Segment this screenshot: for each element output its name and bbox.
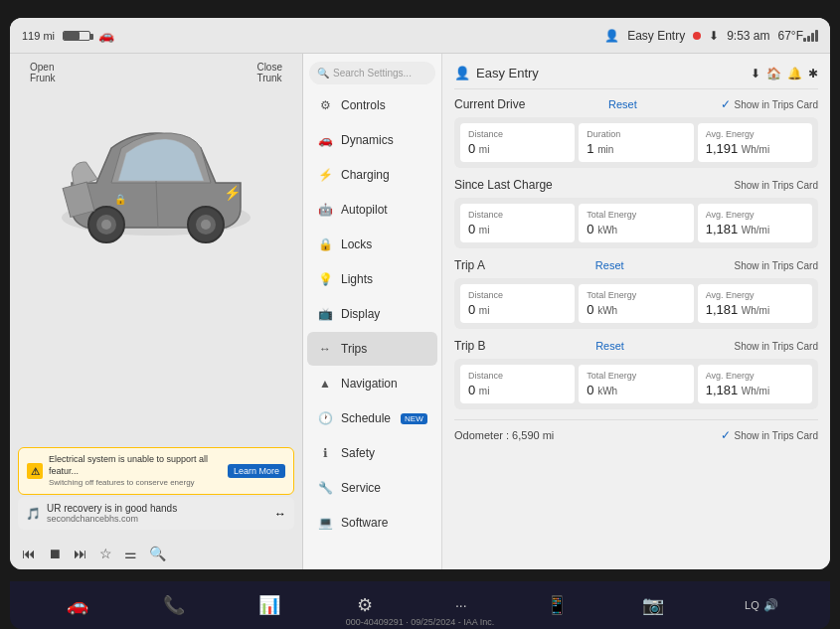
equalizer-button[interactable]: ⚌ <box>124 546 137 561</box>
odometer-unit: mi <box>543 429 555 441</box>
locks-icon: 🔒 <box>317 236 333 252</box>
prev-button[interactable]: ⏮ <box>22 546 36 561</box>
slc-total-energy-unit: kWh <box>597 225 617 236</box>
learn-more-button[interactable]: Learn More <box>228 464 285 478</box>
trip-b-reset-button[interactable]: Reset <box>595 340 624 352</box>
slc-total-energy-label: Total Energy <box>587 210 685 220</box>
software-label: Software <box>341 516 388 530</box>
search-placeholder: Search Settings... <box>333 68 412 79</box>
current-drive-reset-button[interactable]: Reset <box>608 98 637 110</box>
time-display: 9:53 am <box>727 29 769 43</box>
bell-icon: 🔔 <box>787 67 802 80</box>
nav-item-locks[interactable]: 🔒 Locks <box>307 228 437 261</box>
tb-distance-unit: mi <box>479 386 490 396</box>
alert-message: Electrical system is unable to support a… <box>49 454 222 477</box>
main-content: OpenFrunk CloseTrunk <box>10 54 830 569</box>
music-settings-icon[interactable]: ↔ <box>274 507 286 521</box>
easy-entry-top-label: Easy Entry <box>627 29 685 43</box>
locks-label: Locks <box>341 237 372 251</box>
nav-item-software[interactable]: 💻 Software <box>307 506 437 540</box>
navigation-icon: ▲ <box>317 376 333 392</box>
slc-avg-energy-unit: Wh/mi <box>742 225 769 236</box>
since-last-charge-section: Since Last Charge Show in Trips Card Dis… <box>454 178 818 248</box>
safety-icon: ℹ <box>317 445 333 461</box>
slc-distance-value: 0 mi <box>468 222 567 236</box>
trip-b-show-trips: Show in Trips Card <box>735 341 818 352</box>
music-info: UR recovery is in good hands secondchanc… <box>47 503 268 524</box>
odometer-label-text: Odometer : <box>454 429 509 441</box>
footer-text: 000-40409291 · 09/25/2024 - IAA Inc. <box>346 617 495 627</box>
tb-energy-box: Total Energy 0 kWh <box>579 365 693 403</box>
current-duration-label: Duration <box>587 129 685 139</box>
nav-item-charging[interactable]: ⚡ Charging <box>307 158 437 192</box>
nav-item-service[interactable]: 🔧 Service <box>307 471 437 505</box>
battery-level: 119 mi <box>22 30 55 42</box>
nav-item-safety[interactable]: ℹ Safety <box>307 436 437 470</box>
download-icon: ⬇ <box>709 29 719 43</box>
recording-dot <box>693 32 701 40</box>
signal-bars <box>803 30 818 42</box>
easy-entry-content-label: Easy Entry <box>476 66 539 80</box>
ta-avg-energy-unit: Wh/mi <box>742 305 769 316</box>
charging-label: Charging <box>341 168 390 182</box>
nav-item-dynamics[interactable]: 🚗 Dynamics <box>307 123 437 157</box>
ta-total-energy-unit: kWh <box>597 305 617 316</box>
signal-bar-4 <box>815 30 818 42</box>
slc-avg-energy-box: Avg. Energy 1,181 Wh/mi <box>698 204 812 242</box>
trips-label: Trips <box>341 342 367 356</box>
nav-item-schedule[interactable]: 🕐 Schedule NEW <box>307 401 437 435</box>
nav-item-controls[interactable]: ⚙ Controls <box>307 88 437 122</box>
home-icon: 🏠 <box>766 67 781 80</box>
slc-distance-label: Distance <box>468 210 567 220</box>
media-controls: ⏮ ⏹ ⏭ ☆ ⚌ 🔍 <box>18 546 294 561</box>
slc-distance-unit: mi <box>479 225 490 236</box>
odometer-show-trips: ✓ Show in Trips Card <box>721 428 818 442</box>
car-image-area: ⚡ 🔒 <box>10 83 302 282</box>
tb-distance-box: Distance 0 mi <box>460 365 575 403</box>
close-trunk-label: CloseTrunk <box>256 62 282 83</box>
trip-b-title: Trip B <box>454 339 486 353</box>
current-energy-label: Avg. Energy <box>706 129 804 139</box>
check-icon-odometer: ✓ <box>721 428 731 442</box>
trip-a-reset-button[interactable]: Reset <box>595 259 624 271</box>
current-energy-unit: Wh/mi <box>742 144 769 155</box>
top-bar-left: 119 mi 🚗 <box>22 28 604 43</box>
alert-sub: Switching off features to conserve energ… <box>49 478 222 488</box>
stop-button[interactable]: ⏹ <box>48 546 62 561</box>
search-bar[interactable]: 🔍 Search Settings... <box>309 62 435 84</box>
svg-point-7 <box>201 220 211 230</box>
trip-a-title: Trip A <box>454 258 485 272</box>
show-trips-label-4: Show in Trips Card <box>735 341 818 352</box>
nav-item-navigation[interactable]: ▲ Navigation <box>307 367 437 400</box>
nav-item-trips[interactable]: ↔ Trips <box>307 332 437 366</box>
nav-panel: 🔍 Search Settings... ⚙ Controls 🚗 Dynami… <box>303 54 442 569</box>
car-icon: 🚗 <box>98 28 114 43</box>
alert-text: Electrical system is unable to support a… <box>49 454 222 488</box>
since-last-charge-header: Since Last Charge Show in Trips Card <box>454 178 818 192</box>
taskbar-right: LQ 🔊 <box>745 598 778 612</box>
content-panel: 👤 Easy Entry ⬇ 🏠 🔔 ✱ Current Drive Reset… <box>442 54 830 569</box>
current-distance-unit: mi <box>479 144 490 155</box>
nav-item-autopilot[interactable]: 🤖 Autopilot <box>307 193 437 227</box>
next-button[interactable]: ⏭ <box>74 546 87 561</box>
music-bar: 🎵 UR recovery is in good hands secondcha… <box>18 497 294 530</box>
charging-icon: ⚡ <box>317 167 333 183</box>
trip-b-header: Trip B Reset Show in Trips Card <box>454 339 818 353</box>
software-icon: 💻 <box>317 515 333 531</box>
nav-item-display[interactable]: 📺 Display <box>307 297 437 331</box>
favorite-button[interactable]: ☆ <box>99 546 112 561</box>
left-panel: OpenFrunk CloseTrunk <box>10 54 303 569</box>
temperature-display: 67°F <box>778 29 803 43</box>
search-media-button[interactable]: 🔍 <box>149 546 166 561</box>
tb-total-energy-label: Total Energy <box>587 371 685 381</box>
tb-total-energy-value: 0 kWh <box>587 383 685 397</box>
tb-distance-label: Distance <box>468 371 567 381</box>
ta-distance-label: Distance <box>468 290 567 300</box>
tb-distance-value: 0 mi <box>468 383 567 397</box>
navigation-label: Navigation <box>341 377 398 391</box>
safety-label: Safety <box>341 446 375 460</box>
schedule-icon: 🕐 <box>317 410 333 426</box>
nav-item-lights[interactable]: 💡 Lights <box>307 262 437 296</box>
svg-text:🔒: 🔒 <box>114 193 127 206</box>
current-duration-unit: min <box>597 144 613 155</box>
